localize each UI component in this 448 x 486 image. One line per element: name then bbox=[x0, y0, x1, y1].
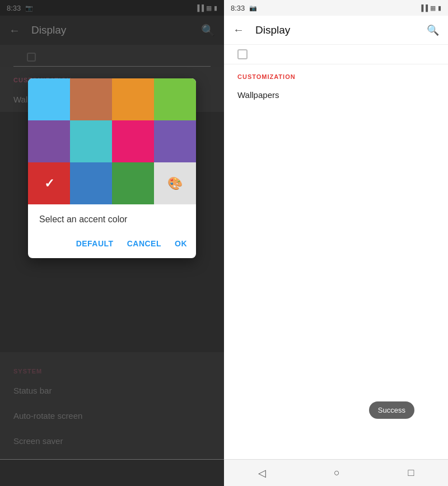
right-time: 8:33 bbox=[231, 4, 245, 12]
dialog-overlay: Select an accent color DEFAULT CANCEL OK bbox=[0, 0, 224, 486]
right-nav-back[interactable]: ◁ bbox=[247, 462, 277, 484]
right-status-icons: ▐▐ ▦ ▮ bbox=[419, 4, 441, 12]
right-battery-icon: ▮ bbox=[438, 4, 441, 12]
right-nav-recents[interactable]: □ bbox=[396, 462, 425, 483]
dialog-title: Select an accent color bbox=[39, 214, 185, 225]
right-list-content: CUSTOMIZATION Wallpapers Theme Light Acc… bbox=[224, 64, 448, 479]
right-signal-icon: ▐▐ bbox=[419, 4, 428, 11]
default-button[interactable]: DEFAULT bbox=[74, 236, 116, 251]
color-cell-6[interactable] bbox=[112, 120, 154, 162]
right-item-wallpapers[interactable]: Wallpapers bbox=[224, 83, 448, 479]
right-section-customization: CUSTOMIZATION bbox=[224, 64, 448, 83]
color-cell-4[interactable] bbox=[28, 120, 70, 162]
ok-button[interactable]: OK bbox=[172, 236, 189, 251]
right-back-button[interactable]: ← bbox=[233, 24, 244, 36]
color-cell-5[interactable] bbox=[70, 120, 112, 162]
accent-color-dialog: Select an accent color DEFAULT CANCEL OK bbox=[28, 78, 196, 258]
right-search-button[interactable]: 🔍 bbox=[427, 24, 439, 36]
right-nav-home[interactable]: ○ bbox=[323, 462, 351, 483]
color-cell-3[interactable] bbox=[154, 78, 196, 120]
right-wifi-icon: ▦ bbox=[430, 4, 436, 12]
color-cell-1[interactable] bbox=[70, 78, 112, 120]
success-tooltip: Success bbox=[369, 401, 414, 419]
left-panel: 8:33 📷 ▐▐ ▦ ▮ ← Display 🔍 CUSTOMIZATION … bbox=[0, 0, 224, 486]
right-page-title: Display bbox=[255, 24, 427, 36]
dialog-body: Select an accent color bbox=[28, 204, 196, 231]
right-panel: 8:33 📷 ▐▐ ▦ ▮ ← Display 🔍 CUSTOMIZATION … bbox=[224, 0, 448, 486]
right-nav-bar: ◁ ○ □ bbox=[224, 459, 448, 486]
color-cell-2[interactable] bbox=[112, 78, 154, 120]
color-cell-9[interactable] bbox=[70, 162, 112, 204]
color-cell-10[interactable] bbox=[112, 162, 154, 204]
color-cell-8[interactable] bbox=[28, 162, 70, 204]
right-notif-icon: 📷 bbox=[249, 4, 257, 12]
color-cell-0[interactable] bbox=[28, 78, 70, 120]
color-cell-7[interactable] bbox=[154, 120, 196, 162]
dialog-actions: DEFAULT CANCEL OK bbox=[28, 231, 196, 258]
right-partial-row bbox=[224, 45, 448, 64]
cancel-button[interactable]: CANCEL bbox=[125, 236, 164, 251]
right-status-bar: 8:33 📷 ▐▐ ▦ ▮ bbox=[224, 0, 448, 16]
color-grid bbox=[28, 78, 196, 204]
right-toolbar: ← Display 🔍 bbox=[224, 16, 448, 45]
color-cell-palette[interactable] bbox=[154, 162, 196, 204]
right-checkbox bbox=[237, 49, 248, 59]
